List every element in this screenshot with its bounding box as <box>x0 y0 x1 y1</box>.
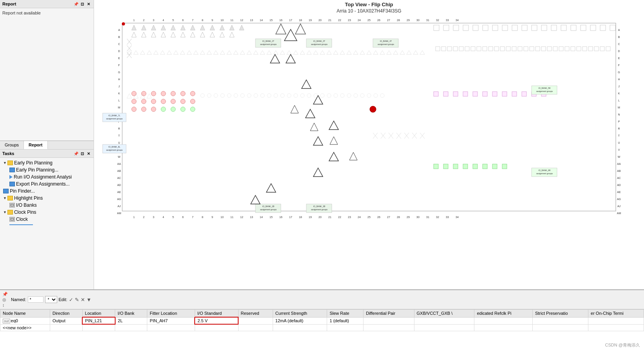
edit-x-icon[interactable]: ✕ <box>81 297 85 303</box>
table-header-row: Node Name Direction Location I/O Bank Fi… <box>0 310 644 318</box>
out-badge: out <box>3 319 10 323</box>
tree-item-early-pin-planning[interactable]: ▼ Early Pin Planning <box>0 159 94 166</box>
edit-pencil-icon[interactable]: ✎ <box>75 297 79 303</box>
pin-table[interactable]: Node Name Direction Location I/O Bank Fi… <box>0 309 644 352</box>
svg-text:26: 26 <box>377 19 380 22</box>
tree-item-pin-finder[interactable]: Pin Finder... <box>0 188 94 195</box>
svg-text:12: 12 <box>240 216 243 218</box>
svg-text:4: 4 <box>163 19 164 22</box>
col-strict: Strict Preservatio <box>532 310 588 318</box>
svg-rect-363 <box>506 47 510 51</box>
svg-text:IO_BANK_7L: IO_BANK_7L <box>109 114 120 117</box>
svg-text:34: 34 <box>456 19 459 22</box>
cell-io-standard: 2.5 V <box>195 317 238 324</box>
svg-text:AC: AC <box>617 177 621 179</box>
svg-text:19: 19 <box>309 19 312 22</box>
svg-point-176 <box>190 91 195 96</box>
svg-text:assignment groups: assignment groups <box>106 149 123 151</box>
svg-text:21: 21 <box>328 19 331 22</box>
table-row-new-node[interactable]: <<new node>> <box>0 324 644 331</box>
circle-icon-bottom[interactable]: ◎ <box>2 297 8 302</box>
svg-text:AE: AE <box>617 191 621 193</box>
svg-rect-352 <box>441 47 446 51</box>
tree-item-io-banks[interactable]: I/O Banks <box>0 202 94 209</box>
tree-item-clock-pins[interactable]: ▼ Clock Pins <box>0 209 94 216</box>
svg-text:IO_BANK_8L: IO_BANK_8L <box>109 146 120 148</box>
svg-text:6: 6 <box>182 19 184 22</box>
tasks-header-icons: 📌 ⊡ ✕ <box>73 151 91 156</box>
table-row[interactable]: outeq0 Output PIN_L21 2L PIN_AH7 2.5 V 1… <box>0 317 644 324</box>
tree-item-highlight-pins[interactable]: ▼ Highlight Pins <box>0 195 94 202</box>
svg-text:18: 18 <box>299 19 302 22</box>
edit-label: Edit: <box>59 297 67 302</box>
tree-item-export-pin[interactable]: Export Pin Assignments... <box>0 181 94 188</box>
pin-icon-bottom[interactable]: 📌 <box>2 292 8 297</box>
chip-view-area[interactable]: 123 456 789 101112 131415 161718 192021 … <box>94 15 644 289</box>
watermark: CSDN @青梅添久 <box>605 342 640 348</box>
svg-text:25: 25 <box>367 216 371 218</box>
svg-text:28: 28 <box>397 19 400 22</box>
edit-down-icon[interactable]: ▼ <box>87 297 92 303</box>
svg-rect-156 <box>600 25 606 31</box>
svg-rect-367 <box>530 47 534 51</box>
svg-rect-147 <box>512 25 517 31</box>
col-io-standard: I/O Standard <box>195 310 238 318</box>
svg-rect-201 <box>483 92 487 96</box>
svg-text:assignment groups: assignment groups <box>260 208 277 211</box>
pin-icon[interactable]: 📌 <box>73 1 79 7</box>
svg-rect-373 <box>565 47 569 51</box>
svg-text:IO_BANK_4T: IO_BANK_4T <box>380 40 392 42</box>
svg-text:AE: AE <box>117 191 121 193</box>
tree-label: Run I/O Assignment Analysi <box>14 174 72 180</box>
svg-text:11: 11 <box>230 19 233 22</box>
svg-text:30: 30 <box>416 19 420 22</box>
tasks-close-icon[interactable]: ✕ <box>86 151 91 156</box>
svg-rect-371 <box>553 47 557 51</box>
col-node-name: Node Name <box>0 310 50 318</box>
tree-label: Early Pin Planning <box>14 160 52 166</box>
svg-text:IO_BANK_6R: IO_BANK_6R <box>539 169 551 171</box>
center-panel: Top View - Flip Chip Arria 10 - 10AX027H… <box>94 0 644 289</box>
tasks-pin-icon[interactable]: 📌 <box>73 151 79 156</box>
tree-item-clock[interactable]: Clock <box>0 216 94 223</box>
svg-text:A: A <box>118 29 120 31</box>
edit-check-icon[interactable]: ✓ <box>69 297 73 303</box>
cell-strict-empty <box>532 324 588 331</box>
restore-icon[interactable]: ⊡ <box>80 1 85 7</box>
arrow-icon-bottom[interactable]: ↕ <box>2 303 8 307</box>
cell-onchip <box>588 317 644 324</box>
close-icon[interactable]: ✕ <box>86 1 91 7</box>
cell-io-bank: 2L <box>115 317 147 324</box>
svg-text:22: 22 <box>338 19 341 22</box>
tree-item-early-pin-planning-sub[interactable]: Early Pin Planning... <box>0 166 94 173</box>
tasks-restore-icon[interactable]: ⊡ <box>80 151 85 156</box>
top-section: Report 📌 ⊡ ✕ Report not available Groups… <box>0 0 644 289</box>
cell-slew-empty <box>327 324 364 331</box>
svg-rect-372 <box>559 47 563 51</box>
svg-text:assignment groups: assignment groups <box>536 172 553 175</box>
named-input[interactable] <box>28 296 43 303</box>
svg-point-175 <box>181 91 185 96</box>
svg-text:B: B <box>618 36 620 38</box>
tab-report[interactable]: Report <box>24 141 47 149</box>
svg-rect-141 <box>453 25 459 31</box>
cell-direction: Output <box>50 317 82 324</box>
svg-text:17: 17 <box>289 216 292 218</box>
svg-text:20: 20 <box>318 19 322 22</box>
tree-label: Highlight Pins <box>14 195 43 201</box>
cell-current-empty <box>273 324 327 331</box>
cell-reserved-empty <box>238 324 273 331</box>
tree-item-run-io[interactable]: Run I/O Assignment Analysi <box>0 173 94 181</box>
col-gxb: GXB/VCCT_GXB \ <box>414 310 474 318</box>
report-panel-title: Report <box>2 2 16 6</box>
tab-groups[interactable]: Groups <box>0 141 24 149</box>
chip-svg[interactable]: 123 456 789 101112 131415 161718 192021 … <box>99 15 639 219</box>
svg-text:9: 9 <box>212 19 213 22</box>
svg-text:31: 31 <box>426 19 429 22</box>
svg-rect-198 <box>453 92 458 96</box>
svg-text:J: J <box>118 85 120 88</box>
named-row: Named: * Edit: ✓ ✎ ✕ ▼ <box>11 296 91 303</box>
named-select[interactable]: * <box>45 296 57 303</box>
svg-rect-211 <box>463 164 468 169</box>
assignments-table: Node Name Direction Location I/O Bank Fi… <box>0 309 644 331</box>
